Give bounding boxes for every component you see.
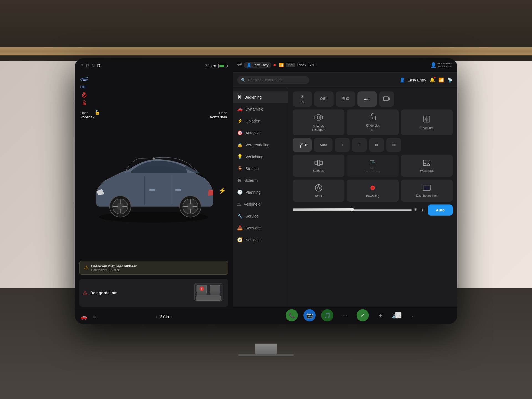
- wiper-speed-4-button[interactable]: IIII: [386, 138, 401, 152]
- light-uit-button[interactable]: ☀ Uit: [293, 91, 312, 107]
- sidebar-item-verlichting[interactable]: 💡 Verlichting: [233, 151, 288, 163]
- svg-line-3: [83, 80, 88, 81]
- sidebar-item-vergrendeling[interactable]: 🔒 Vergrendeling: [233, 139, 288, 151]
- wiper-speed-1-label: I: [342, 143, 343, 147]
- planning-label: Planning: [245, 190, 261, 195]
- seatbelt-left-icon: [80, 99, 88, 106]
- warning-icons: [75, 73, 233, 108]
- fog-rear-button[interactable]: [336, 91, 355, 107]
- wifi-icon-status: 📶: [279, 63, 284, 67]
- camera-button[interactable]: 📷: [303, 309, 316, 321]
- open-voorbak-label: Open Voorbak 🔓: [80, 111, 94, 119]
- wiper-speed-1-button[interactable]: I: [335, 138, 350, 152]
- display-light-button[interactable]: [379, 91, 394, 107]
- settings-sidebar: 🎛 Bediening 🚗 Dynamiek ⚡ Opladen 🎯 Autop…: [233, 88, 288, 306]
- svg-line-1: [83, 78, 88, 78]
- seatbelt-warning-icon: ⚠: [83, 290, 88, 296]
- recording-dot: [273, 64, 276, 66]
- wiper-auto-button[interactable]: Auto: [314, 138, 332, 152]
- grid-button[interactable]: ⊞: [374, 309, 387, 321]
- sidebar-item-autopilot[interactable]: 🎯 Autopilot: [233, 127, 288, 139]
- scherm-label: Scherm: [244, 178, 258, 183]
- svg-line-51: [342, 97, 347, 98]
- check-button[interactable]: ✓: [357, 309, 369, 321]
- stuur-label: Stuur: [315, 194, 322, 198]
- sidebar-item-dynamiek[interactable]: 🚗 Dynamiek: [233, 103, 288, 115]
- more-button[interactable]: ···: [339, 309, 351, 321]
- phone-button[interactable]: 📞: [286, 309, 298, 321]
- sidebar-item-opladen[interactable]: ⚡ Opladen: [233, 115, 288, 127]
- wasstraat-button[interactable]: Wasstraat: [401, 155, 453, 177]
- sidebar-item-service[interactable]: 🔧 Service: [233, 210, 288, 222]
- sun-icon: ☀: [300, 94, 304, 99]
- svg-rect-42: [210, 292, 220, 295]
- taskbar-right-arrow[interactable]: ›: [411, 314, 413, 319]
- sidebar-item-planning[interactable]: 🕐 Planning: [233, 186, 288, 198]
- status-bar: 🗺 👤 Easy Entry 📶 SOS 09:28 12°C 👤 PASSEN…: [233, 58, 457, 72]
- sidebar-item-software[interactable]: 📥 Software: [233, 222, 288, 234]
- svg-point-77: [318, 187, 320, 189]
- svg-text:⚡: ⚡: [218, 187, 226, 195]
- sos-button[interactable]: SOS: [286, 63, 295, 67]
- outer-background: P R N D 72 km: [0, 0, 532, 399]
- wiper-speed-2-button[interactable]: II: [352, 138, 367, 152]
- sidebar-item-stoelen[interactable]: 🪑 Stoelen: [233, 163, 288, 175]
- spiegels-button[interactable]: ↔ Spiegels: [293, 155, 344, 177]
- svg-rect-20: [175, 189, 181, 191]
- phone-icon: 📞: [288, 312, 295, 319]
- auto-brightness-button[interactable]: Auto: [428, 204, 453, 216]
- status-time: 09:28: [297, 63, 306, 67]
- kinderslot-icon: [369, 113, 377, 122]
- dashcam-warning: ⚠ Dashcam niet beschikbaar Controleer US…: [79, 261, 228, 275]
- veiligheid-icon: ⚠: [237, 201, 241, 207]
- niet-beschikbaar-button: 📷 Nietbeschikbaar: [347, 155, 398, 177]
- profile-name: Easy Entry: [407, 78, 426, 82]
- bluetooth-icon[interactable]: 📶: [438, 77, 444, 83]
- spiegels-inklappen-button[interactable]: SpiegelsInklappen: [293, 109, 344, 135]
- search-icon: 🔍: [241, 78, 246, 82]
- svg-point-83: [372, 187, 374, 189]
- status-profile[interactable]: 👤 Easy Entry: [244, 62, 271, 68]
- mirror-fold-icon: [314, 114, 323, 123]
- fog-front-button[interactable]: [314, 91, 334, 107]
- sidebar-item-scherm[interactable]: 🖥 Scherm: [233, 175, 288, 186]
- svg-point-4: [81, 86, 83, 88]
- bewaking-button[interactable]: Bewaking: [347, 180, 398, 202]
- kinderslot-button[interactable]: Kinderslot Uit: [347, 109, 398, 135]
- bell-icon[interactable]: 🔔: [429, 77, 435, 83]
- fog-front-icon: [80, 84, 88, 90]
- headlights-icon: [80, 76, 88, 82]
- svg-point-8: [82, 93, 86, 97]
- svg-point-75: [427, 163, 429, 166]
- wiper-speed-4-label: IIII: [392, 143, 396, 147]
- stuur-button[interactable]: ↑ Stuur: [293, 180, 344, 202]
- software-icon: 📥: [237, 225, 243, 231]
- bewaking-label: Bewaking: [366, 194, 379, 198]
- taskbar: ‹ › 📞 📷 🎵 ··· ✓: [233, 306, 457, 324]
- search-box[interactable]: 🔍 Doorzoek instellingen: [237, 76, 309, 84]
- sidebar-item-veiligheid[interactable]: ⚠ Veiligheid: [233, 198, 288, 210]
- volume-icon[interactable]: 🔊: [392, 313, 397, 319]
- music-button[interactable]: 🎵: [321, 309, 333, 321]
- main-controls-grid: SpiegelsInklappen Kinderslot Uit: [293, 109, 453, 135]
- open-achterbak-label: Open Achterbak: [209, 111, 227, 119]
- music-icon: 🎵: [324, 312, 331, 319]
- raamslot-button[interactable]: Raamslot: [401, 109, 453, 135]
- sidebar-item-navigatie[interactable]: 🧭 Navigatie: [233, 234, 288, 246]
- auto-light-button[interactable]: Auto: [357, 91, 377, 107]
- tire-pressure-icon: [80, 92, 88, 98]
- svg-point-74: [424, 163, 426, 166]
- dashboard-kast-label: Dashboard kast: [416, 194, 438, 197]
- brightness-slider[interactable]: [293, 209, 412, 211]
- niet-beschikbaar-icon: 📷: [370, 158, 376, 165]
- wiper-speed-3-button[interactable]: III: [369, 138, 384, 152]
- car-visualization: Open Voorbak 🔓 Open Achterbak: [75, 108, 233, 259]
- status-temp: 12°C: [308, 63, 315, 67]
- opladen-label: Opladen: [245, 119, 260, 123]
- verlichting-icon: 💡: [237, 154, 243, 159]
- wiper-uit-button[interactable]: Uit: [293, 138, 312, 152]
- wifi-icon-header[interactable]: 📡: [447, 77, 453, 83]
- dashboard-kast-button[interactable]: Dashboard kast: [401, 180, 453, 202]
- sidebar-item-bediening[interactable]: 🎛 Bediening: [233, 91, 288, 103]
- fog-front-icon: [320, 96, 328, 102]
